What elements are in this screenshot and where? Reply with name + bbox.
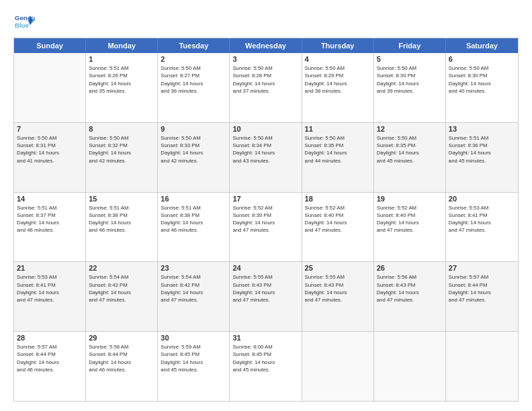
weekday-header: Tuesday [158, 38, 230, 53]
calendar-cell: 3Sunrise: 5:50 AM Sunset: 8:28 PM Daylig… [230, 53, 302, 122]
calendar-row: 21Sunrise: 5:53 AM Sunset: 8:41 PM Dayli… [14, 261, 518, 331]
day-info: Sunrise: 5:56 AM Sunset: 8:43 PM Dayligh… [377, 273, 443, 304]
weekday-header: Thursday [302, 38, 374, 53]
svg-text:Blue: Blue [15, 21, 29, 29]
day-number: 16 [161, 195, 226, 203]
calendar-cell: 20Sunrise: 5:53 AM Sunset: 8:41 PM Dayli… [446, 193, 518, 262]
day-info: Sunrise: 5:51 AM Sunset: 8:38 PM Dayligh… [89, 204, 154, 234]
calendar-row: 1Sunrise: 5:51 AM Sunset: 8:26 PM Daylig… [14, 53, 518, 122]
calendar-cell [14, 53, 86, 122]
day-info: Sunrise: 5:53 AM Sunset: 8:41 PM Dayligh… [449, 204, 515, 234]
calendar-cell: 13Sunrise: 5:51 AM Sunset: 8:36 PM Dayli… [446, 123, 518, 192]
day-number: 21 [17, 264, 83, 272]
calendar-row: 14Sunrise: 5:51 AM Sunset: 8:37 PM Dayli… [14, 192, 518, 262]
calendar-header: SundayMondayTuesdayWednesdayThursdayFrid… [14, 38, 518, 53]
day-number: 3 [232, 55, 298, 63]
calendar-cell: 27Sunrise: 5:57 AM Sunset: 8:44 PM Dayli… [446, 262, 518, 331]
day-number: 4 [305, 55, 371, 63]
weekday-header: Monday [86, 38, 158, 53]
day-number: 10 [232, 125, 298, 133]
day-number: 30 [161, 334, 226, 342]
day-info: Sunrise: 5:55 AM Sunset: 8:43 PM Dayligh… [232, 273, 298, 304]
day-info: Sunrise: 5:50 AM Sunset: 8:27 PM Dayligh… [161, 64, 226, 95]
calendar-cell: 12Sunrise: 5:50 AM Sunset: 8:35 PM Dayli… [374, 123, 446, 192]
day-number: 27 [449, 264, 515, 272]
day-number: 8 [89, 125, 154, 133]
calendar-cell: 19Sunrise: 5:52 AM Sunset: 8:40 PM Dayli… [374, 193, 446, 262]
calendar-cell: 23Sunrise: 5:54 AM Sunset: 8:42 PM Dayli… [158, 262, 230, 331]
calendar-cell: 15Sunrise: 5:51 AM Sunset: 8:38 PM Dayli… [86, 193, 158, 262]
day-info: Sunrise: 5:50 AM Sunset: 8:29 PM Dayligh… [305, 64, 371, 95]
calendar-cell: 1Sunrise: 5:51 AM Sunset: 8:26 PM Daylig… [86, 53, 158, 122]
calendar-cell: 2Sunrise: 5:50 AM Sunset: 8:27 PM Daylig… [158, 53, 230, 122]
calendar-cell: 31Sunrise: 6:00 AM Sunset: 8:45 PM Dayli… [230, 332, 302, 401]
day-number: 25 [305, 264, 371, 272]
day-info: Sunrise: 5:54 AM Sunset: 8:42 PM Dayligh… [89, 273, 154, 304]
day-number: 9 [161, 125, 226, 133]
day-info: Sunrise: 5:58 AM Sunset: 8:44 PM Dayligh… [89, 343, 154, 373]
header: General Blue [13, 12, 519, 31]
day-info: Sunrise: 5:57 AM Sunset: 8:44 PM Dayligh… [449, 273, 515, 304]
day-info: Sunrise: 5:52 AM Sunset: 8:40 PM Dayligh… [305, 204, 371, 234]
day-number: 28 [17, 334, 83, 342]
day-info: Sunrise: 5:51 AM Sunset: 8:26 PM Dayligh… [89, 64, 154, 95]
calendar-cell [374, 332, 446, 401]
day-number: 7 [17, 125, 83, 133]
day-info: Sunrise: 5:50 AM Sunset: 8:30 PM Dayligh… [449, 64, 515, 95]
calendar-cell: 26Sunrise: 5:56 AM Sunset: 8:43 PM Dayli… [374, 262, 446, 331]
weekday-header: Saturday [446, 38, 518, 53]
calendar-cell: 29Sunrise: 5:58 AM Sunset: 8:44 PM Dayli… [86, 332, 158, 401]
day-info: Sunrise: 5:59 AM Sunset: 8:45 PM Dayligh… [161, 343, 226, 373]
calendar-cell: 10Sunrise: 5:50 AM Sunset: 8:34 PM Dayli… [230, 123, 302, 192]
calendar-cell: 30Sunrise: 5:59 AM Sunset: 8:45 PM Dayli… [158, 332, 230, 401]
logo: General Blue [13, 12, 35, 31]
day-number: 26 [377, 264, 443, 272]
calendar-cell: 9Sunrise: 5:50 AM Sunset: 8:33 PM Daylig… [158, 123, 230, 192]
day-number: 1 [89, 55, 154, 63]
day-info: Sunrise: 5:50 AM Sunset: 8:28 PM Dayligh… [232, 64, 298, 95]
day-number: 24 [232, 264, 298, 272]
day-number: 22 [89, 264, 154, 272]
calendar-cell: 16Sunrise: 5:51 AM Sunset: 8:38 PM Dayli… [158, 193, 230, 262]
calendar-cell: 25Sunrise: 5:55 AM Sunset: 8:43 PM Dayli… [302, 262, 374, 331]
calendar: SundayMondayTuesdayWednesdayThursdayFrid… [13, 38, 519, 402]
day-info: Sunrise: 5:50 AM Sunset: 8:34 PM Dayligh… [232, 134, 298, 165]
weekday-header: Wednesday [230, 38, 302, 53]
calendar-row: 28Sunrise: 5:57 AM Sunset: 8:44 PM Dayli… [14, 331, 518, 401]
day-info: Sunrise: 5:51 AM Sunset: 8:38 PM Dayligh… [161, 204, 226, 234]
day-number: 15 [89, 195, 154, 203]
day-info: Sunrise: 6:00 AM Sunset: 8:45 PM Dayligh… [232, 343, 298, 373]
day-info: Sunrise: 5:50 AM Sunset: 8:35 PM Dayligh… [377, 134, 443, 165]
calendar-cell [302, 332, 374, 401]
day-number: 11 [305, 125, 371, 133]
day-number: 17 [232, 195, 298, 203]
calendar-cell: 14Sunrise: 5:51 AM Sunset: 8:37 PM Dayli… [14, 193, 86, 262]
calendar-cell: 5Sunrise: 5:50 AM Sunset: 8:30 PM Daylig… [374, 53, 446, 122]
day-number: 29 [89, 334, 154, 342]
page: General Blue SundayMondayTuesdayWednesda… [0, 0, 532, 411]
calendar-cell: 18Sunrise: 5:52 AM Sunset: 8:40 PM Dayli… [302, 193, 374, 262]
day-info: Sunrise: 5:52 AM Sunset: 8:40 PM Dayligh… [377, 204, 443, 234]
calendar-cell: 4Sunrise: 5:50 AM Sunset: 8:29 PM Daylig… [302, 53, 374, 122]
day-info: Sunrise: 5:50 AM Sunset: 8:32 PM Dayligh… [89, 134, 154, 165]
calendar-cell: 11Sunrise: 5:50 AM Sunset: 8:35 PM Dayli… [302, 123, 374, 192]
calendar-cell [446, 332, 518, 401]
calendar-row: 7Sunrise: 5:50 AM Sunset: 8:31 PM Daylig… [14, 122, 518, 192]
day-info: Sunrise: 5:51 AM Sunset: 8:36 PM Dayligh… [449, 134, 515, 165]
day-number: 6 [449, 55, 515, 63]
day-info: Sunrise: 5:55 AM Sunset: 8:43 PM Dayligh… [305, 273, 371, 304]
calendar-cell: 21Sunrise: 5:53 AM Sunset: 8:41 PM Dayli… [14, 262, 86, 331]
calendar-body: 1Sunrise: 5:51 AM Sunset: 8:26 PM Daylig… [14, 53, 518, 401]
day-info: Sunrise: 5:57 AM Sunset: 8:44 PM Dayligh… [17, 343, 83, 373]
weekday-header: Sunday [14, 38, 86, 53]
calendar-cell: 8Sunrise: 5:50 AM Sunset: 8:32 PM Daylig… [86, 123, 158, 192]
day-info: Sunrise: 5:52 AM Sunset: 8:39 PM Dayligh… [232, 204, 298, 234]
day-info: Sunrise: 5:50 AM Sunset: 8:31 PM Dayligh… [17, 134, 83, 165]
weekday-header: Friday [374, 38, 446, 53]
day-number: 14 [17, 195, 83, 203]
day-info: Sunrise: 5:53 AM Sunset: 8:41 PM Dayligh… [17, 273, 83, 304]
day-number: 5 [377, 55, 443, 63]
day-info: Sunrise: 5:50 AM Sunset: 8:30 PM Dayligh… [377, 64, 443, 95]
day-number: 20 [449, 195, 515, 203]
day-number: 31 [232, 334, 298, 342]
